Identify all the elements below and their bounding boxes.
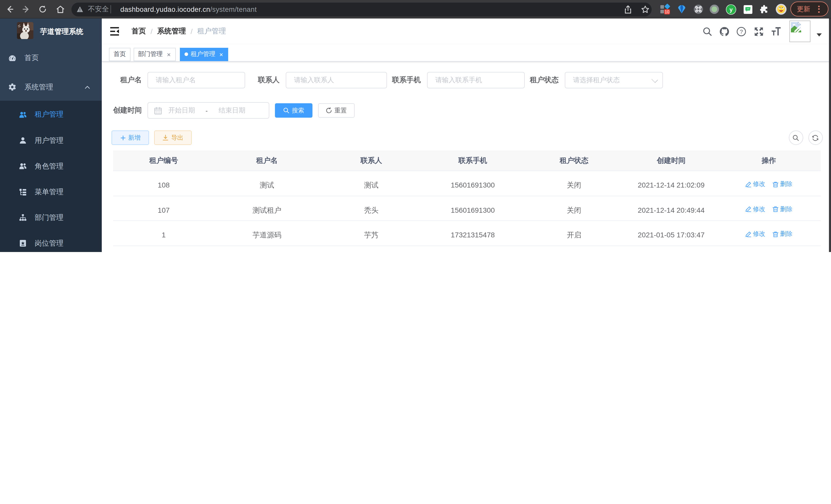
svg-text:?: ? [740, 28, 743, 35]
svg-text:y: y [729, 6, 733, 12]
svg-text:10: 10 [665, 10, 669, 14]
